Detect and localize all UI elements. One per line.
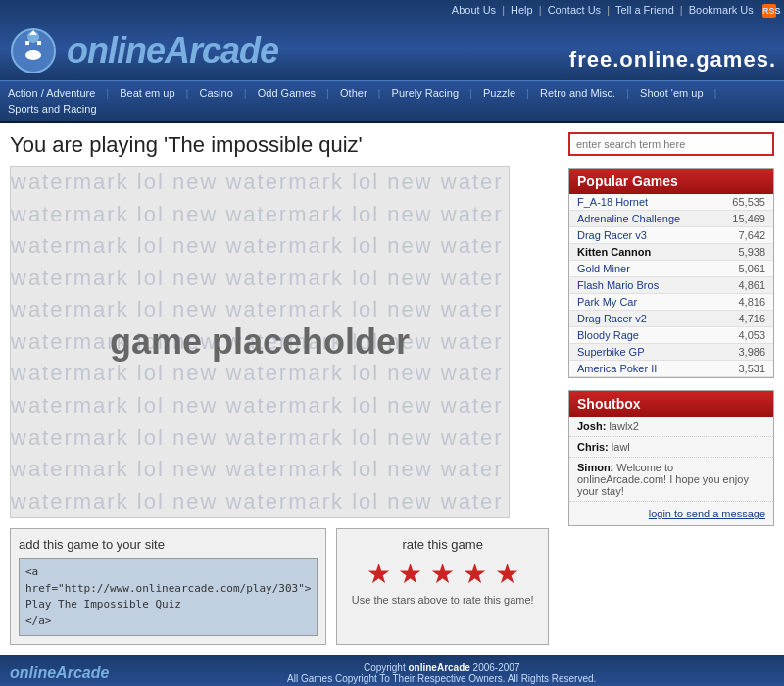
nav-puzzle[interactable]: Puzzle [475, 85, 523, 101]
game-name: Adrenaline Challenge [577, 213, 732, 224]
games-list: F_A-18 Hornet65,535Adrenaline Challenge1… [569, 194, 773, 377]
rss-icon[interactable]: RSS [762, 4, 776, 18]
logo-arcade: Arcade [165, 30, 278, 71]
contact-us-link[interactable]: Contact Us [548, 4, 601, 16]
footer: onlineArcade Copyright onlineArcade 2006… [0, 655, 784, 686]
add-to-site-panel: add this game to your site <a href="http… [10, 528, 326, 645]
code-line2: Play The Impossible Quiz [25, 598, 181, 611]
footer-logo: onlineArcade [10, 664, 109, 682]
game-name: Kitten Cannon [577, 246, 738, 258]
game-count: 4,861 [738, 279, 765, 291]
nav-other[interactable]: Other [332, 85, 375, 101]
star-3[interactable]: ★ [430, 559, 455, 589]
header: About Us | Help | Contact Us | Tell a Fr… [0, 0, 784, 80]
shout-author: Simon: [577, 462, 616, 473]
nav-action-adventure[interactable]: Action / Adventure [0, 85, 103, 101]
shout-author: Chris: [577, 441, 612, 453]
game-count: 4,716 [738, 313, 765, 324]
nav-beat-em-up[interactable]: Beat em up [112, 85, 182, 101]
tell-friend-link[interactable]: Tell a Friend [615, 4, 674, 16]
sep4: | [680, 4, 683, 16]
game-row[interactable]: Kitten Cannon5,938 [569, 244, 773, 261]
nav-sports[interactable]: Sports and Racing [0, 101, 105, 117]
watermark-line: watermark lol new watermark lol new wate… [11, 266, 509, 291]
game-name: F_A-18 Hornet [577, 196, 732, 208]
game-name: Gold Miner [577, 263, 738, 274]
nav-casino[interactable]: Casino [192, 85, 241, 101]
shoutbox-title: Shoutbox [569, 391, 773, 416]
svg-rect-2 [37, 41, 41, 45]
help-link[interactable]: Help [511, 4, 533, 16]
game-count: 5,061 [738, 263, 765, 274]
embed-code-box[interactable]: <a href="http://www.onlinearcade.com/pla… [19, 558, 318, 636]
game-row[interactable]: Superbike GP3,986 [569, 344, 773, 361]
about-us-link[interactable]: About Us [452, 4, 496, 16]
nav-purely-racing[interactable]: Purely Racing [384, 85, 466, 101]
game-area: watermark lol new watermark lol new wate… [10, 166, 510, 518]
nav-shoot[interactable]: Shoot 'em up [632, 85, 710, 101]
sep1: | [502, 4, 505, 16]
game-row[interactable]: Park My Car4,816 [569, 294, 773, 311]
game-count: 4,816 [738, 296, 765, 308]
watermark-line: watermark lol new watermark lol new wate… [11, 489, 509, 514]
nav-odd-games[interactable]: Odd Games [250, 85, 323, 101]
shout-author: Josh: [577, 420, 609, 432]
nav-bar: Action / Adventure | Beat em up | Casino… [0, 80, 784, 122]
watermark-line: watermark lol new watermark lol new wate… [11, 297, 509, 322]
add-to-site-title: add this game to your site [19, 537, 318, 552]
search-input[interactable] [568, 132, 774, 156]
footer-logo-arcade: Arcade [56, 664, 109, 681]
code-line1: <a href="http://www.onlinearcade.com/pla… [25, 565, 311, 595]
game-count: 3,986 [738, 346, 765, 358]
main-content: You are playing 'The impossible quiz' wa… [0, 122, 784, 655]
star-1[interactable]: ★ [367, 559, 391, 589]
watermark-line: watermark lol new watermark lol new wate… [11, 425, 509, 451]
game-name: Superbike GP [577, 346, 738, 358]
left-column: You are playing 'The impossible quiz' wa… [0, 122, 559, 655]
game-name: Flash Mario Bros [577, 279, 738, 291]
game-count: 65,535 [732, 196, 765, 208]
shout-entry: Josh: lawlx2 [569, 416, 773, 437]
game-row[interactable]: F_A-18 Hornet65,535 [569, 194, 773, 211]
sep3: | [607, 4, 610, 16]
game-row[interactable]: America Poker II3,531 [569, 361, 773, 377]
code-line3: </a> [25, 614, 52, 627]
top-links: About Us | Help | Contact Us | Tell a Fr… [0, 0, 784, 22]
game-row[interactable]: Flash Mario Bros4,861 [569, 277, 773, 294]
popular-games-title: Popular Games [569, 169, 773, 194]
rate-game-panel: rate this game ★ ★ ★ ★ ★ Use the stars a… [336, 528, 549, 645]
search-box [568, 132, 774, 156]
svg-rect-1 [25, 41, 29, 45]
game-row[interactable]: Gold Miner5,061 [569, 261, 773, 277]
star-2[interactable]: ★ [398, 559, 422, 589]
shoutbox-login: login to send a message [569, 502, 773, 525]
shoutbox-panel: Shoutbox Josh: lawlx2Chris: lawlSimon: W… [568, 390, 774, 526]
watermark-line: watermark lol new watermark lol new wate… [11, 393, 509, 418]
game-row[interactable]: Adrenaline Challenge15,469 [569, 211, 773, 227]
game-name: Park My Car [577, 296, 738, 308]
game-placeholder-text: game placeholder [110, 321, 410, 363]
svg-point-3 [25, 50, 41, 60]
star-4[interactable]: ★ [463, 559, 487, 589]
shout-entry: Simon: Welcome to onlineArcade.com! I ho… [569, 458, 773, 502]
popular-games-panel: Popular Games F_A-18 Hornet65,535Adrenal… [568, 168, 774, 378]
nav-retro[interactable]: Retro and Misc. [532, 85, 623, 101]
game-row[interactable]: Drag Racer v24,716 [569, 311, 773, 327]
game-row[interactable]: Drag Racer v37,642 [569, 227, 773, 244]
right-column: Popular Games F_A-18 Hornet65,535Adrenal… [559, 122, 784, 655]
game-count: 4,053 [738, 329, 765, 341]
star-5[interactable]: ★ [495, 559, 519, 589]
footer-brand-link[interactable]: onlineArcade [408, 662, 469, 673]
watermark-line: watermark lol new watermark lol new wate… [11, 361, 509, 386]
bookmark-link[interactable]: Bookmark Us [689, 4, 754, 16]
game-count: 3,531 [738, 363, 765, 374]
logo-online: online [67, 30, 165, 71]
bottom-row: add this game to your site <a href="http… [10, 528, 549, 645]
shoutbox-login-link[interactable]: login to send a message [649, 508, 765, 519]
game-name: Drag Racer v2 [577, 313, 738, 324]
star-rating[interactable]: ★ ★ ★ ★ ★ [345, 558, 540, 590]
game-name: America Poker II [577, 363, 738, 374]
footer-copyright: Copyright onlineArcade 2006-2007 All Gam… [109, 662, 774, 684]
game-row[interactable]: Bloody Rage4,053 [569, 327, 773, 344]
game-count: 15,469 [732, 213, 765, 224]
